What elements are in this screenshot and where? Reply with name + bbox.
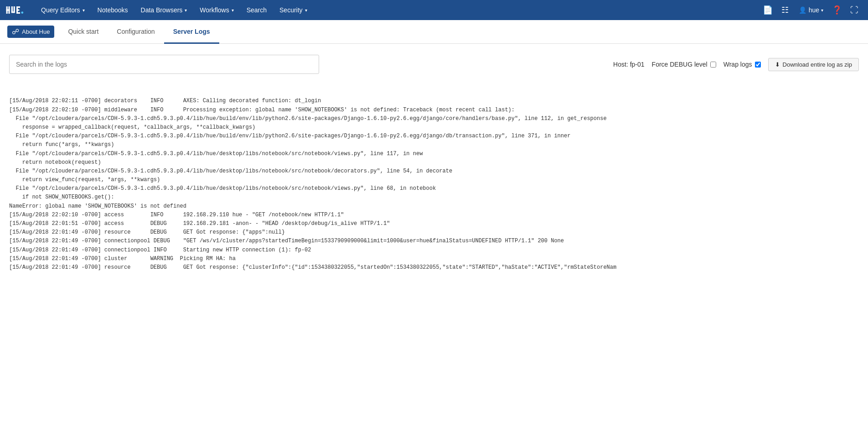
svg-rect-8 [16, 9, 19, 10]
maximize-icon[interactable]: ⛶ [846, 2, 863, 18]
nav-workflows[interactable]: Workflows ▾ [193, 0, 240, 20]
grid-icon[interactable]: ☷ [777, 2, 793, 18]
log-line: [15/Aug/2018 22:01:49 -0700] connectionp… [9, 237, 859, 245]
download-icon: ⬇ [775, 61, 780, 68]
log-line: [15/Aug/2018 22:02:10 -0700] access INFO… [9, 211, 859, 219]
log-line: File "/opt/cloudera/parcels/CDH-5.9.3-1.… [9, 167, 859, 176]
chevron-down-icon: ▾ [821, 8, 823, 13]
log-line: File "/opt/cloudera/parcels/CDH-5.9.3-1.… [9, 115, 859, 123]
log-line: File "/opt/cloudera/parcels/CDH-5.9.3-1.… [9, 132, 859, 141]
chevron-down-icon: ▾ [83, 8, 85, 13]
log-line: response = wrapped_callback(request, *ca… [9, 123, 859, 132]
wrap-logs-checkbox[interactable] [755, 62, 761, 68]
svg-rect-5 [14, 6, 15, 12]
chevron-down-icon: ▾ [185, 8, 187, 13]
nav-right-section: 📄 ☷ 👤 hue ▾ ❓ ⛶ [760, 2, 863, 18]
user-icon: 👤 [799, 6, 806, 14]
download-log-button[interactable]: ⬇ Download entire log as zip [768, 58, 859, 71]
log-line: [15/Aug/2018 22:02:10 -0700] middleware … [9, 106, 859, 115]
sub-navigation: ☍ About Hue Quick start Configuration Se… [0, 20, 868, 44]
log-line: if not SHOW_NOTEBOOKS.get(): [9, 193, 859, 202]
tab-quick-start[interactable]: Quick start [59, 20, 108, 44]
svg-point-10 [21, 11, 23, 14]
tab-server-logs[interactable]: Server Logs [164, 20, 219, 44]
log-line: return notebook(request) [9, 158, 859, 167]
svg-rect-3 [11, 6, 13, 12]
chevron-down-icon: ▾ [305, 8, 307, 13]
log-line: File "/opt/cloudera/parcels/CDH-5.9.3-1.… [9, 150, 859, 158]
log-line: File "/opt/cloudera/parcels/CDH-5.9.3-1.… [9, 184, 859, 193]
logo[interactable] [5, 4, 27, 16]
log-line: return func(*args, **kwargs) [9, 141, 859, 149]
svg-rect-7 [16, 6, 20, 8]
nav-data-browsers[interactable]: Data Browsers ▾ [134, 0, 194, 20]
toolbar-right: Host: fp-01 Force DEBUG level Wrap logs … [613, 58, 859, 71]
debug-level-checkbox[interactable] [710, 62, 716, 68]
main-content: Host: fp-01 Force DEBUG level Wrap logs … [0, 44, 868, 420]
wrap-logs-label: Wrap logs [723, 61, 761, 68]
nav-search[interactable]: Search [240, 0, 273, 20]
log-line: [15/Aug/2018 22:01:49 -0700] resource DE… [9, 228, 859, 237]
svg-rect-2 [8, 6, 10, 14]
about-hue-badge[interactable]: ☍ About Hue [7, 26, 54, 38]
log-content-area[interactable]: [15/Aug/2018 22:02:11 -0700] decorators … [9, 79, 859, 420]
tab-configuration[interactable]: Configuration [108, 20, 164, 44]
log-line: [15/Aug/2018 22:01:49 -0700] resource DE… [9, 263, 859, 272]
nav-query-editors[interactable]: Query Editors ▾ [35, 0, 91, 20]
new-document-icon[interactable]: 📄 [760, 2, 776, 18]
top-navigation: Query Editors ▾ Notebooks Data Browsers … [0, 0, 868, 20]
search-input[interactable] [9, 55, 319, 74]
log-line: [15/Aug/2018 22:01:49 -0700] cluster WAR… [9, 255, 859, 263]
hue-icon: ☍ [12, 27, 19, 36]
log-line: NameError: global name 'SHOW_NOTEBOOKS' … [9, 202, 859, 211]
svg-rect-9 [16, 12, 20, 14]
log-line: return view_func(request, *args, **kwarg… [9, 176, 859, 184]
user-menu[interactable]: 👤 hue ▾ [794, 6, 828, 14]
toolbar-row: Host: fp-01 Force DEBUG level Wrap logs … [9, 55, 859, 74]
log-line: [15/Aug/2018 22:01:49 -0700] connectionp… [9, 246, 859, 255]
chevron-down-icon: ▾ [232, 8, 234, 13]
host-label: Host: fp-01 [613, 61, 644, 68]
log-line: [15/Aug/2018 22:01:51 -0700] access DEBU… [9, 219, 859, 228]
log-line: [15/Aug/2018 22:02:11 -0700] decorators … [9, 97, 859, 105]
nav-notebooks[interactable]: Notebooks [91, 0, 134, 20]
debug-level-label: Force DEBUG level [652, 61, 716, 68]
help-icon[interactable]: ❓ [829, 2, 845, 18]
nav-security[interactable]: Security ▾ [273, 0, 314, 20]
